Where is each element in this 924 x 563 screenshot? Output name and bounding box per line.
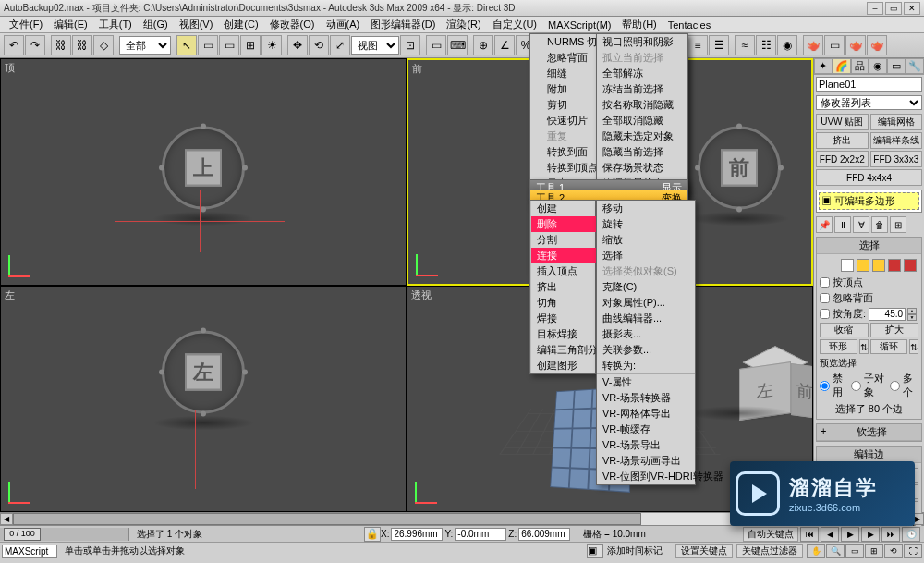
quick-render-button[interactable]: 🫖 [867,35,887,55]
ctx-vr-anim-exp[interactable]: VR-场景动画导出 [597,453,695,469]
ctx-chamfer[interactable]: 切角 [531,295,603,311]
select-window-button[interactable]: ⊞ [240,35,261,55]
btn-edit-spline[interactable]: 编辑样条线 [870,132,923,149]
chk-by-angle[interactable] [820,309,830,319]
render-frame-button[interactable]: ▭ [824,35,845,55]
ctx-scale[interactable]: 缩放 [597,232,695,248]
make-unique-button[interactable]: ∀ [853,216,869,233]
subobj-poly-icon[interactable] [888,259,901,272]
nav-zoom-all[interactable]: ⊞ [865,544,883,558]
ref-coord[interactable]: 视图 [351,36,399,55]
redo-button[interactable]: ↷ [25,35,45,55]
scale-button[interactable]: ⤢ [330,35,350,55]
angle-input[interactable] [869,308,906,321]
subobj-element-icon[interactable] [904,259,917,272]
menu-maxscript[interactable]: MAXScript(M) [542,19,616,31]
layers-button[interactable]: ☰ [709,35,729,55]
subobj-edge-icon[interactable] [857,259,869,272]
viewport-top[interactable]: 顶 上 [0,58,407,286]
menu-modifier[interactable]: 修改器(O) [264,18,321,31]
btn-ring[interactable]: 环形 [820,339,857,354]
play-button[interactable]: ▶ [841,527,859,542]
remove-mod-button[interactable]: 🗑 [871,216,888,233]
rotate-button[interactable]: ⟲ [309,35,329,55]
nav-orbit-button[interactable]: ⟲ [884,544,903,558]
ctx-vr-scene-exp[interactable]: VR-场景导出 [597,437,695,453]
move-button[interactable]: ✥ [287,35,308,55]
ctx-connect[interactable]: 连接 [531,248,603,263]
ctx-save-scene[interactable]: 保存场景状态 [597,160,687,176]
btn-uvw[interactable]: UVW 贴图 [816,114,869,130]
ctx-split[interactable]: 分割 [531,232,603,248]
btn-ffd3[interactable]: FFD 3x3x3 [870,151,923,167]
chk-ignore-back[interactable] [820,293,830,303]
ctx-target-weld[interactable]: 目标焊接 [531,326,603,342]
radio-multi[interactable] [890,381,900,391]
btn-grow[interactable]: 扩大 [870,323,919,337]
ctx-dope-sheet[interactable]: 摄影表... [597,326,695,342]
menu-file[interactable]: 文件(F) [4,18,48,31]
ctx-select[interactable]: 选择 [597,248,695,263]
tab-utilities[interactable]: 🔧 [906,58,924,74]
ctx-edit-tri[interactable]: 编辑三角剖分 [531,342,603,358]
listener-icon[interactable]: ▣ [587,544,603,558]
goto-end-button[interactable]: ⏭ [881,527,900,542]
ctx-unhide-name[interactable]: 按名称取消隐藏 [597,97,687,113]
ctx-vr-scene-conv[interactable]: VR-场景转换器 [597,390,695,406]
ctx-freeze[interactable]: 冻结当前选择 [597,81,687,97]
keyboard-button[interactable]: ⌨ [447,35,468,55]
menu-create[interactable]: 创建(C) [218,18,263,31]
ctx-isolate[interactable]: 孤立当前选择 [597,50,687,66]
radio-subobj[interactable] [851,381,861,391]
render-button[interactable]: 🫖 [845,35,866,55]
bind-button[interactable]: ◇ [93,35,114,55]
menu-customize[interactable]: 自定义(U) [487,18,542,31]
ctx-viewport-light[interactable]: 视口照明和阴影 [597,34,687,50]
lock-icon[interactable]: 🔒 [364,527,381,542]
ctx-vr-bitmap-hdri[interactable]: VR-位图到VR-HDRI转换器 [597,469,695,484]
time-config-button[interactable]: 🕒 [902,527,920,542]
configure-button[interactable]: ⊞ [890,216,906,233]
nav-maximize-button[interactable]: ⛶ [904,544,922,558]
minimize-button[interactable]: – [867,2,883,15]
add-time-marker[interactable]: 添加时间标记 [607,545,663,557]
align-button[interactable]: ≡ [687,35,708,55]
select-name-button[interactable]: ▭ [198,35,218,55]
nav-fov-button[interactable]: ▭ [845,544,864,558]
ctx-hide-sel[interactable]: 隐藏当前选择 [597,144,687,160]
undo-button[interactable]: ↶ [4,35,24,55]
maximize-button[interactable]: ▭ [885,2,902,15]
ctx-select-similar[interactable]: 选择类似对象(S) [597,263,695,279]
tab-display[interactable]: ▭ [887,58,906,74]
close-button[interactable]: ✕ [904,2,920,15]
modifier-stack[interactable]: ▣ 可编辑多边形 [816,190,922,213]
tab-modify[interactable]: 🌈 [833,58,851,74]
ctx-unhide-all[interactable]: 全部取消隐藏 [597,113,687,129]
material-button[interactable]: ◉ [777,35,797,55]
select-button[interactable]: ↖ [176,35,197,55]
set-key-button[interactable]: 设置关键点 [675,544,733,558]
nav-zoom-button[interactable]: 🔍 [826,544,845,558]
ctx-hide-unsel[interactable]: 隐藏未选定对象 [597,129,687,144]
unlink-button[interactable]: ⛓ [72,35,92,55]
goto-start-button[interactable]: ⏮ [800,527,819,542]
curve-editor-button[interactable]: ≈ [735,35,755,55]
viewcube-top[interactable]: 上 [162,126,245,209]
select-crossing-button[interactable]: ☀ [261,35,282,55]
coord-y[interactable] [455,528,506,541]
stack-editable-poly[interactable]: ▣ 可编辑多边形 [819,192,919,210]
tab-motion[interactable]: ◉ [869,58,887,74]
ctx-convert-to[interactable]: 转换为: [597,358,695,373]
prev-frame-button[interactable]: ◀ [821,527,839,542]
ctx-vr-framebuf[interactable]: VR-帧缓存 [597,422,695,437]
ctx-vr-props[interactable]: V-属性 [597,373,695,390]
spin-up[interactable]: ▲ [907,308,917,314]
modifier-list[interactable]: 修改器列表 [816,95,922,110]
scroll-left-button[interactable]: ◀ [0,513,13,525]
spin-down[interactable]: ▼ [907,314,917,321]
menu-anim[interactable]: 动画(A) [321,18,366,31]
btn-loop[interactable]: 循环 [870,339,908,354]
menu-render[interactable]: 渲染(R) [441,18,486,31]
ctx-insert-vtx[interactable]: 插入顶点 [531,263,603,279]
coord-z[interactable] [518,528,570,541]
